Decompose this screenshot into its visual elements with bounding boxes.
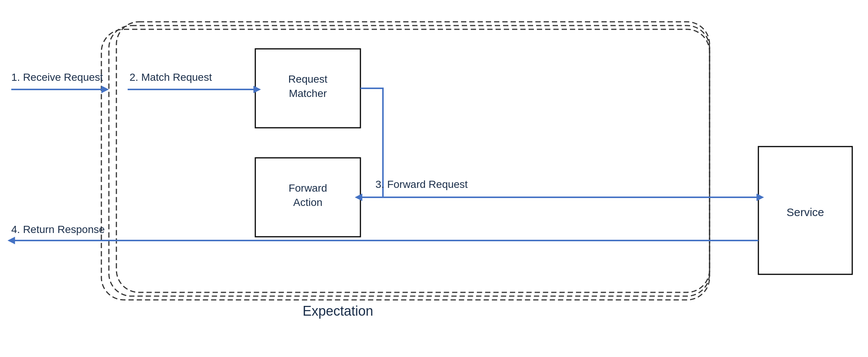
expectation-border-2: [109, 26, 710, 296]
expectation-label: Expectation: [303, 303, 373, 319]
forward-action-label2: Action: [293, 197, 322, 208]
expectation-border-1: [101, 29, 710, 300]
receive-request-arrowhead: [101, 86, 109, 93]
request-matcher-label2: Matcher: [289, 88, 327, 99]
service-label: Service: [787, 206, 824, 218]
diagram-container: 1. Receive Request 2. Match Request Requ…: [0, 0, 868, 357]
return-response-label: 4. Return Response: [11, 224, 105, 235]
forward-action-label: Forward: [289, 182, 327, 194]
request-matcher-label: Request: [288, 73, 328, 85]
receive-request-label: 1. Receive Request: [11, 71, 103, 83]
match-request-label: 2. Match Request: [130, 71, 212, 83]
forward-request-label: 3. Forward Request: [375, 178, 468, 190]
expectation-border-3: [116, 22, 710, 292]
return-response-arrowhead: [8, 237, 15, 244]
